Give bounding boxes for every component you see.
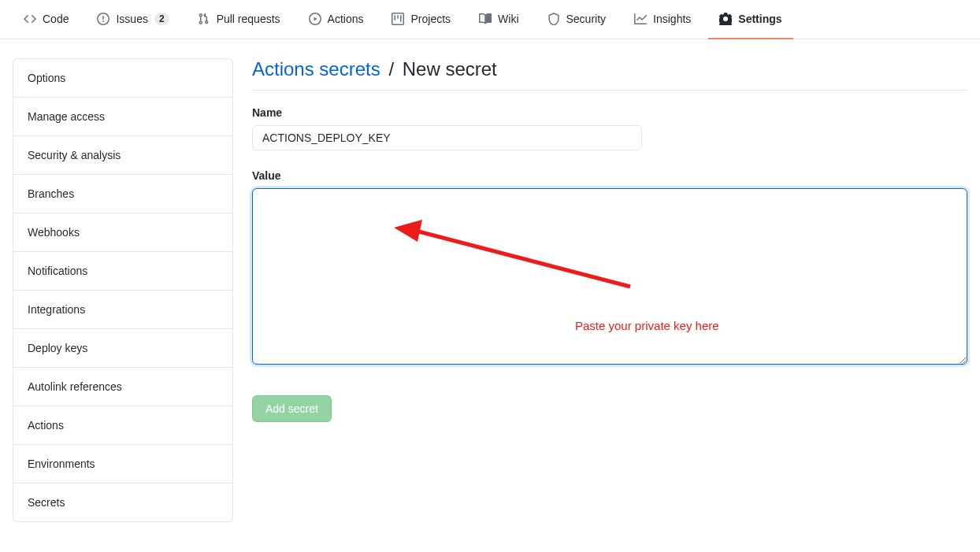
code-icon [24,13,36,25]
tab-security[interactable]: Security [536,0,618,39]
sidebar-item-label: Branches [28,187,74,200]
settings-sidebar: Options Manage access Security & analysi… [13,58,233,522]
sidebar-item-label: Autolink references [28,380,122,393]
tab-pull-requests[interactable]: Pull requests [187,0,291,39]
project-icon [392,13,404,25]
tab-label: Issues [116,13,147,25]
issue-icon [97,13,110,25]
sidebar-item-environments[interactable]: Environments [13,445,232,483]
sidebar-item-label: Webhooks [28,226,80,239]
tab-label: Projects [410,13,451,25]
sidebar-item-label: Environments [28,458,95,470]
tab-actions[interactable]: Actions [298,0,375,39]
main-content: Actions secrets / New secret Name Value … [252,58,967,522]
sidebar-item-webhooks[interactable]: Webhooks [13,213,232,252]
tab-label: Wiki [498,13,518,25]
form-group-name: Name [252,106,967,150]
repo-tabnav: Code Issues 2 Pull requests Actions Proj… [0,0,980,39]
sidebar-item-deploy-keys[interactable]: Deploy keys [13,329,232,368]
tab-code[interactable]: Code [13,0,80,39]
sidebar-item-label: Security & analysis [28,149,121,161]
sidebar-item-label: Actions [28,419,64,432]
sidebar-item-notifications[interactable]: Notifications [13,252,232,291]
graph-icon [634,13,647,25]
tab-label: Actions [328,13,364,25]
tab-label: Code [43,13,69,25]
tab-settings[interactable]: Settings [708,0,793,39]
sidebar-item-label: Deploy keys [28,342,87,354]
tab-wiki[interactable]: Wiki [468,0,529,39]
sidebar-item-label: Notifications [28,265,87,277]
breadcrumb-current: New secret [403,58,497,80]
sidebar-item-label: Options [28,72,65,84]
tab-insights[interactable]: Insights [623,0,702,39]
tab-label: Pull requests [217,13,280,25]
sidebar-item-label: Secrets [28,496,65,509]
issues-count-badge: 2 [154,13,169,25]
sidebar-item-label: Manage access [28,110,105,123]
secret-name-input[interactable] [252,125,642,150]
pull-request-icon [198,13,210,25]
form-group-value: Value Paste your private key here [252,169,967,367]
sidebar-item-security-analysis[interactable]: Security & analysis [13,136,232,175]
secret-value-textarea[interactable] [252,188,967,365]
sidebar-item-manage-access[interactable]: Manage access [13,98,232,136]
breadcrumb-link[interactable]: Actions secrets [252,58,380,80]
page-title: Actions secrets / New secret [252,58,967,91]
tab-projects[interactable]: Projects [380,0,462,39]
sidebar-item-label: Integrations [28,303,85,316]
gear-icon [719,13,732,25]
play-icon [309,13,321,25]
add-secret-button[interactable]: Add secret [252,395,332,422]
breadcrumb-separator: / [385,58,397,80]
sidebar-item-integrations[interactable]: Integrations [13,291,232,329]
textarea-wrap: Paste your private key here [252,188,967,367]
settings-container: Options Manage access Security & analysi… [0,39,980,541]
value-label: Value [252,169,967,182]
tab-label: Security [566,13,607,25]
name-label: Name [252,106,967,119]
sidebar-item-branches[interactable]: Branches [13,175,232,213]
sidebar-item-secrets[interactable]: Secrets [13,483,232,521]
tab-label: Insights [653,13,691,25]
sidebar-item-autolink-references[interactable]: Autolink references [13,368,232,406]
book-icon [479,13,492,25]
sidebar-item-actions[interactable]: Actions [13,406,232,445]
tab-issues[interactable]: Issues 2 [86,0,180,39]
tab-label: Settings [738,13,781,25]
sidebar-item-options[interactable]: Options [13,59,232,98]
shield-icon [548,13,560,25]
